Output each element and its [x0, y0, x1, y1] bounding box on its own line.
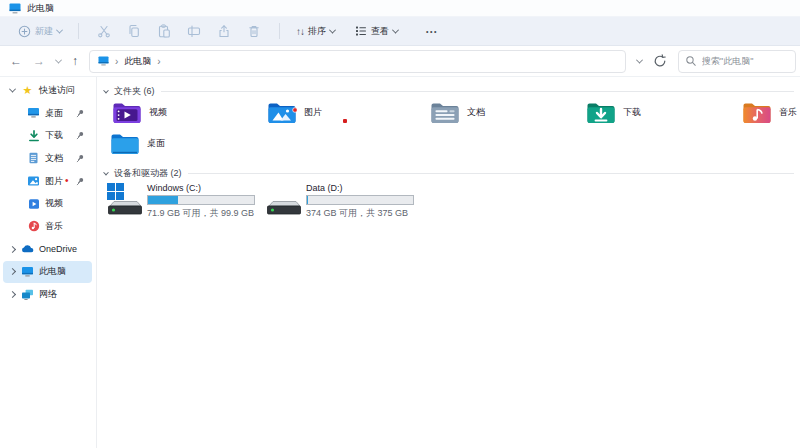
sidebar-item-label: 网络: [39, 288, 57, 301]
drive-usage-bar: [306, 195, 414, 205]
desktop-icon: [27, 107, 40, 120]
drive-tile-c[interactable]: Windows (C:) 71.9 GB 可用，共 99.9 GB: [103, 182, 255, 220]
pin-icon: [76, 131, 85, 140]
sidebar-item-downloads[interactable]: 下载: [3, 124, 92, 147]
sidebar-item-label: 桌面: [45, 107, 63, 120]
back-button[interactable]: ←: [10, 55, 22, 67]
address-bar: ← → ↑ › 此电脑 ›: [0, 46, 800, 77]
videos-folder-icon: [112, 100, 142, 125]
sidebar-item-label: 下载: [45, 129, 63, 142]
sidebar-item-onedrive[interactable]: OneDrive: [3, 238, 92, 261]
navigation-pane: ★ 快速访问 桌面 下载 文档 图片 •: [0, 77, 97, 448]
drive-tile-d[interactable]: Data (D:) 374 GB 可用，共 375 GB: [262, 182, 414, 220]
chevron-down-icon[interactable]: [103, 169, 109, 175]
paste-icon: [157, 24, 171, 38]
pin-icon: [76, 154, 85, 163]
breadcrumb-item-this-pc[interactable]: 此电脑: [124, 55, 151, 68]
chevron-right-icon[interactable]: [9, 268, 16, 275]
sidebar-item-videos[interactable]: 视频: [3, 192, 92, 215]
chevron-down-icon[interactable]: [103, 87, 109, 93]
sidebar-item-label: 音乐: [45, 220, 63, 233]
plus-circle-icon: [18, 25, 31, 38]
paste-button[interactable]: [149, 20, 179, 42]
view-button-label: 查看: [371, 25, 389, 38]
chevron-right-icon[interactable]: [9, 291, 16, 298]
folder-tile-downloads[interactable]: 下载: [586, 98, 641, 126]
chevron-down-icon: [392, 26, 399, 33]
folder-tile-desktop[interactable]: 桌面: [110, 129, 165, 157]
section-title: 设备和驱动器 (2): [114, 167, 182, 180]
sidebar-item-label: 快速访问: [39, 84, 75, 97]
sidebar-item-this-pc[interactable]: 此电脑: [3, 261, 92, 284]
drive-capacity-text: 71.9 GB 可用，共 99.9 GB: [147, 207, 255, 220]
videos-icon: [27, 197, 40, 210]
sidebar-item-documents[interactable]: 文档: [3, 147, 92, 170]
toolbar-divider: [78, 23, 79, 39]
new-button[interactable]: 新建: [12, 20, 68, 42]
folder-tile-music[interactable]: 音乐: [742, 98, 797, 126]
music-folder-icon: [742, 100, 772, 125]
sidebar-item-network[interactable]: 网络: [3, 283, 92, 306]
sidebar-item-quick-access[interactable]: ★ 快速访问: [3, 79, 92, 102]
folder-label: 桌面: [147, 137, 165, 150]
refresh-icon: [653, 54, 667, 68]
sort-icon: ↑↓: [296, 26, 304, 37]
window-title: 此电脑: [27, 2, 54, 15]
sidebar-item-desktop[interactable]: 桌面: [3, 102, 92, 125]
more-button[interactable]: •••: [420, 20, 444, 42]
drive-capacity-text: 374 GB 可用，共 375 GB: [306, 207, 414, 220]
drive-usage-fill: [148, 196, 178, 204]
onedrive-cloud-icon: [21, 243, 34, 256]
sidebar-item-label: OneDrive: [39, 244, 77, 254]
section-divider: [188, 173, 795, 174]
up-button[interactable]: ↑: [72, 55, 78, 67]
view-icon: [355, 25, 367, 37]
copy-button[interactable]: [119, 20, 149, 42]
breadcrumb-separator: ›: [157, 56, 160, 67]
view-button[interactable]: 查看: [349, 20, 404, 42]
breadcrumb[interactable]: › 此电脑 ›: [89, 50, 626, 73]
cut-button[interactable]: [89, 20, 119, 42]
folder-tile-videos[interactable]: 视频: [112, 98, 167, 126]
document-icon: [27, 152, 40, 165]
chevron-right-icon[interactable]: [9, 246, 16, 253]
documents-folder-icon: [430, 100, 460, 125]
file-explorer-window: 此电脑 新建 ↑↓ 排序: [0, 0, 800, 448]
title-bar: 此电脑: [0, 0, 800, 16]
search-input[interactable]: [702, 56, 786, 66]
forward-button[interactable]: →: [33, 55, 45, 67]
sort-button[interactable]: ↑↓ 排序: [290, 20, 341, 42]
pin-icon: [76, 109, 85, 118]
rename-icon: [187, 24, 201, 38]
copy-icon: [127, 24, 141, 38]
drive-usage-fill: [307, 196, 308, 204]
drive-name: Data (D:): [306, 183, 414, 194]
folder-label: 下载: [623, 106, 641, 119]
search-icon: [685, 55, 697, 67]
rename-button[interactable]: [179, 20, 209, 42]
sidebar-item-label: 此电脑: [39, 265, 66, 278]
desktop-folder-icon: [110, 131, 140, 156]
folder-tile-pictures[interactable]: 图片: [267, 98, 322, 126]
this-pc-icon: [98, 56, 109, 66]
delete-button[interactable]: [239, 20, 269, 42]
windows-drive-icon: [103, 182, 143, 216]
pictures-icon: [27, 175, 40, 188]
history-chevron-icon[interactable]: [55, 56, 62, 63]
share-button[interactable]: [209, 20, 239, 42]
red-dot-marker: [343, 119, 347, 123]
star-icon: ★: [21, 84, 34, 97]
sidebar-item-pictures[interactable]: 图片 •: [3, 170, 92, 193]
folders-section-header: 文件夹 (6): [104, 85, 794, 98]
folder-label: 音乐: [779, 106, 797, 119]
address-dropdown-chevron[interactable]: [637, 59, 642, 64]
toolbar-divider: [279, 23, 280, 39]
folder-tile-documents[interactable]: 文档: [430, 98, 485, 126]
folder-label: 文档: [467, 106, 485, 119]
drives-section-header: 设备和驱动器 (2): [104, 167, 794, 180]
sidebar-item-label: 视频: [45, 197, 63, 210]
sidebar-item-music[interactable]: 音乐: [3, 215, 92, 238]
chevron-down-icon[interactable]: [9, 85, 16, 92]
download-icon: [27, 129, 40, 142]
refresh-button[interactable]: [653, 54, 667, 68]
